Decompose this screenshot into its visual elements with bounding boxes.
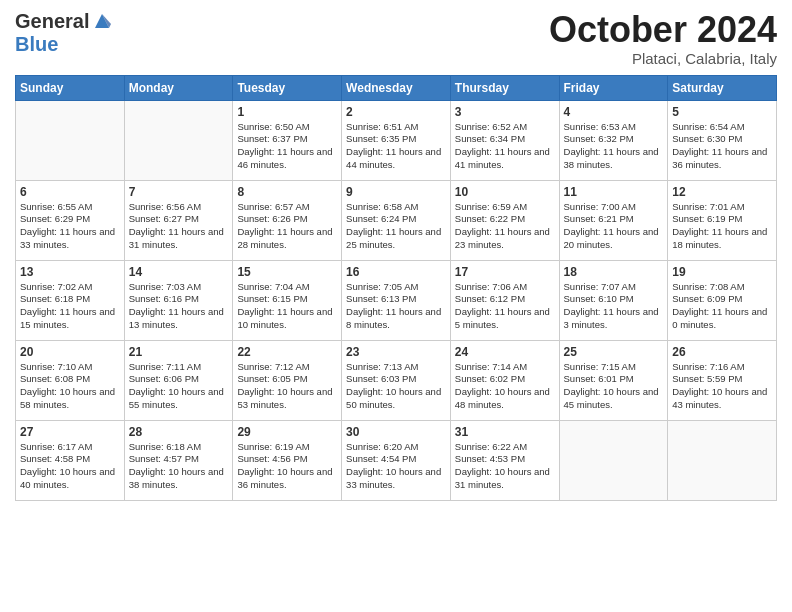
day-info: Sunrise: 7:13 AMSunset: 6:03 PMDaylight:… [346, 361, 446, 412]
table-row: 22Sunrise: 7:12 AMSunset: 6:05 PMDayligh… [233, 340, 342, 420]
day-number: 27 [20, 425, 120, 439]
table-row: 30Sunrise: 6:20 AMSunset: 4:54 PMDayligh… [342, 420, 451, 500]
calendar-table: Sunday Monday Tuesday Wednesday Thursday… [15, 75, 777, 501]
header-saturday: Saturday [668, 75, 777, 100]
table-row: 26Sunrise: 7:16 AMSunset: 5:59 PMDayligh… [668, 340, 777, 420]
day-number: 8 [237, 185, 337, 199]
day-number: 13 [20, 265, 120, 279]
day-number: 23 [346, 345, 446, 359]
day-info: Sunrise: 7:08 AMSunset: 6:09 PMDaylight:… [672, 281, 772, 332]
table-row: 23Sunrise: 7:13 AMSunset: 6:03 PMDayligh… [342, 340, 451, 420]
table-row: 14Sunrise: 7:03 AMSunset: 6:16 PMDayligh… [124, 260, 233, 340]
location: Plataci, Calabria, Italy [549, 50, 777, 67]
day-number: 18 [564, 265, 664, 279]
table-row: 27Sunrise: 6:17 AMSunset: 4:58 PMDayligh… [16, 420, 125, 500]
day-number: 16 [346, 265, 446, 279]
weekday-header-row: Sunday Monday Tuesday Wednesday Thursday… [16, 75, 777, 100]
calendar-week-row: 20Sunrise: 7:10 AMSunset: 6:08 PMDayligh… [16, 340, 777, 420]
day-info: Sunrise: 7:03 AMSunset: 6:16 PMDaylight:… [129, 281, 229, 332]
day-info: Sunrise: 6:54 AMSunset: 6:30 PMDaylight:… [672, 121, 772, 172]
day-info: Sunrise: 7:11 AMSunset: 6:06 PMDaylight:… [129, 361, 229, 412]
day-info: Sunrise: 6:53 AMSunset: 6:32 PMDaylight:… [564, 121, 664, 172]
day-info: Sunrise: 7:10 AMSunset: 6:08 PMDaylight:… [20, 361, 120, 412]
day-info: Sunrise: 7:07 AMSunset: 6:10 PMDaylight:… [564, 281, 664, 332]
header: General Blue October 2024 Plataci, Calab… [15, 10, 777, 67]
day-info: Sunrise: 6:52 AMSunset: 6:34 PMDaylight:… [455, 121, 555, 172]
day-number: 11 [564, 185, 664, 199]
table-row [668, 420, 777, 500]
day-number: 9 [346, 185, 446, 199]
day-number: 21 [129, 345, 229, 359]
day-number: 2 [346, 105, 446, 119]
day-number: 20 [20, 345, 120, 359]
header-wednesday: Wednesday [342, 75, 451, 100]
logo: General Blue [15, 10, 113, 56]
day-number: 26 [672, 345, 772, 359]
day-info: Sunrise: 7:15 AMSunset: 6:01 PMDaylight:… [564, 361, 664, 412]
day-info: Sunrise: 7:02 AMSunset: 6:18 PMDaylight:… [20, 281, 120, 332]
day-info: Sunrise: 6:58 AMSunset: 6:24 PMDaylight:… [346, 201, 446, 252]
day-info: Sunrise: 6:51 AMSunset: 6:35 PMDaylight:… [346, 121, 446, 172]
day-info: Sunrise: 7:12 AMSunset: 6:05 PMDaylight:… [237, 361, 337, 412]
day-number: 6 [20, 185, 120, 199]
table-row: 7Sunrise: 6:56 AMSunset: 6:27 PMDaylight… [124, 180, 233, 260]
table-row: 24Sunrise: 7:14 AMSunset: 6:02 PMDayligh… [450, 340, 559, 420]
day-number: 22 [237, 345, 337, 359]
day-number: 12 [672, 185, 772, 199]
table-row: 9Sunrise: 6:58 AMSunset: 6:24 PMDaylight… [342, 180, 451, 260]
table-row: 5Sunrise: 6:54 AMSunset: 6:30 PMDaylight… [668, 100, 777, 180]
day-info: Sunrise: 6:57 AMSunset: 6:26 PMDaylight:… [237, 201, 337, 252]
page: General Blue October 2024 Plataci, Calab… [0, 0, 792, 612]
table-row: 6Sunrise: 6:55 AMSunset: 6:29 PMDaylight… [16, 180, 125, 260]
day-number: 7 [129, 185, 229, 199]
table-row: 17Sunrise: 7:06 AMSunset: 6:12 PMDayligh… [450, 260, 559, 340]
logo-icon [91, 10, 113, 32]
day-number: 5 [672, 105, 772, 119]
table-row: 13Sunrise: 7:02 AMSunset: 6:18 PMDayligh… [16, 260, 125, 340]
day-info: Sunrise: 6:59 AMSunset: 6:22 PMDaylight:… [455, 201, 555, 252]
logo-general-text: General [15, 10, 89, 33]
day-info: Sunrise: 7:00 AMSunset: 6:21 PMDaylight:… [564, 201, 664, 252]
logo-blue-text: Blue [15, 33, 58, 55]
header-friday: Friday [559, 75, 668, 100]
header-thursday: Thursday [450, 75, 559, 100]
calendar-week-row: 6Sunrise: 6:55 AMSunset: 6:29 PMDaylight… [16, 180, 777, 260]
calendar-week-row: 1Sunrise: 6:50 AMSunset: 6:37 PMDaylight… [16, 100, 777, 180]
day-info: Sunrise: 6:17 AMSunset: 4:58 PMDaylight:… [20, 441, 120, 492]
day-number: 25 [564, 345, 664, 359]
day-info: Sunrise: 7:01 AMSunset: 6:19 PMDaylight:… [672, 201, 772, 252]
header-sunday: Sunday [16, 75, 125, 100]
calendar-week-row: 27Sunrise: 6:17 AMSunset: 4:58 PMDayligh… [16, 420, 777, 500]
day-info: Sunrise: 7:04 AMSunset: 6:15 PMDaylight:… [237, 281, 337, 332]
day-info: Sunrise: 7:14 AMSunset: 6:02 PMDaylight:… [455, 361, 555, 412]
day-number: 4 [564, 105, 664, 119]
table-row: 8Sunrise: 6:57 AMSunset: 6:26 PMDaylight… [233, 180, 342, 260]
table-row: 2Sunrise: 6:51 AMSunset: 6:35 PMDaylight… [342, 100, 451, 180]
table-row [559, 420, 668, 500]
day-info: Sunrise: 6:19 AMSunset: 4:56 PMDaylight:… [237, 441, 337, 492]
day-info: Sunrise: 6:20 AMSunset: 4:54 PMDaylight:… [346, 441, 446, 492]
table-row [124, 100, 233, 180]
table-row: 19Sunrise: 7:08 AMSunset: 6:09 PMDayligh… [668, 260, 777, 340]
day-info: Sunrise: 6:55 AMSunset: 6:29 PMDaylight:… [20, 201, 120, 252]
day-number: 15 [237, 265, 337, 279]
table-row: 15Sunrise: 7:04 AMSunset: 6:15 PMDayligh… [233, 260, 342, 340]
table-row: 25Sunrise: 7:15 AMSunset: 6:01 PMDayligh… [559, 340, 668, 420]
day-info: Sunrise: 7:05 AMSunset: 6:13 PMDaylight:… [346, 281, 446, 332]
header-monday: Monday [124, 75, 233, 100]
day-info: Sunrise: 6:18 AMSunset: 4:57 PMDaylight:… [129, 441, 229, 492]
day-number: 10 [455, 185, 555, 199]
table-row: 10Sunrise: 6:59 AMSunset: 6:22 PMDayligh… [450, 180, 559, 260]
table-row: 11Sunrise: 7:00 AMSunset: 6:21 PMDayligh… [559, 180, 668, 260]
day-number: 3 [455, 105, 555, 119]
table-row: 12Sunrise: 7:01 AMSunset: 6:19 PMDayligh… [668, 180, 777, 260]
table-row: 21Sunrise: 7:11 AMSunset: 6:06 PMDayligh… [124, 340, 233, 420]
month-title: October 2024 [549, 10, 777, 50]
day-info: Sunrise: 7:16 AMSunset: 5:59 PMDaylight:… [672, 361, 772, 412]
day-info: Sunrise: 6:22 AMSunset: 4:53 PMDaylight:… [455, 441, 555, 492]
day-number: 29 [237, 425, 337, 439]
table-row: 4Sunrise: 6:53 AMSunset: 6:32 PMDaylight… [559, 100, 668, 180]
day-number: 24 [455, 345, 555, 359]
header-tuesday: Tuesday [233, 75, 342, 100]
title-block: October 2024 Plataci, Calabria, Italy [549, 10, 777, 67]
